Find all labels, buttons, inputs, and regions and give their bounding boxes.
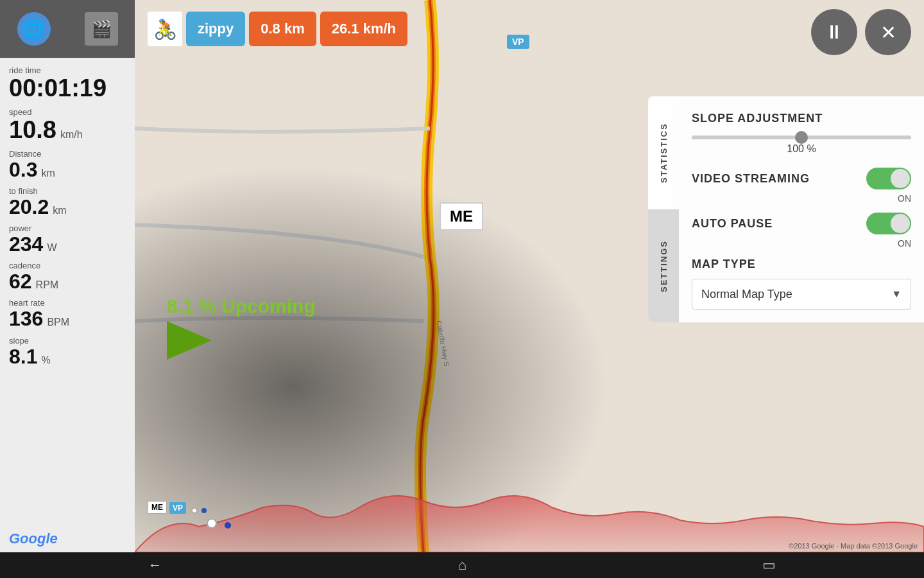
- auto-pause-row: AUTO PAUSE: [692, 213, 911, 234]
- distance-label: Distance: [9, 149, 126, 159]
- me-label-map: ME: [440, 202, 483, 231]
- auto-pause-status: ON: [692, 238, 911, 249]
- power-unit: W: [47, 242, 56, 254]
- distance-unit: km: [41, 168, 55, 179]
- auto-pause-toggle[interactable]: [866, 213, 911, 234]
- auto-pause-label: AUTO PAUSE: [692, 217, 773, 231]
- map-copyright: ©2013 Google - Map data ©2013 Google: [789, 542, 918, 550]
- svg-point-3: [225, 522, 231, 529]
- film-tab[interactable]: 🎬: [67, 0, 135, 58]
- cadence-unit: RPM: [36, 279, 59, 291]
- me-small-marker: ME: [148, 501, 167, 514]
- slope-slider-track[interactable]: [692, 136, 911, 139]
- slope-upcoming-text: 8.1 % Upcoming: [167, 295, 316, 317]
- svg-point-2: [207, 519, 216, 528]
- sidebar: 🌐 🎬 ride time 00:01:19 speed 10.8 km/h D…: [0, 0, 135, 552]
- google-logo: Google: [0, 525, 135, 552]
- cadence-label: cadence: [9, 261, 126, 270]
- globe-icon: 🌐: [17, 12, 51, 46]
- distance-value: 0.3: [9, 159, 37, 181]
- dot-blue: [201, 508, 207, 513]
- bottom-markers: ME VP: [148, 501, 207, 514]
- home-button[interactable]: ⌂: [445, 554, 479, 576]
- slope-label: slope: [9, 336, 126, 346]
- power-value: 234: [9, 233, 43, 256]
- rider-icon: 🚴: [148, 12, 182, 46]
- power-label: power: [9, 223, 126, 233]
- distance-group: Distance 0.3 km: [9, 149, 126, 181]
- chevron-down-icon: ▼: [891, 288, 902, 300]
- cadence-group: cadence 62 RPM: [9, 261, 126, 293]
- direction-arrow: [167, 321, 212, 360]
- heart-rate-group: heart rate 136 BPM: [9, 298, 126, 330]
- video-streaming-knob: [891, 169, 910, 188]
- heart-rate-unit: BPM: [47, 317, 69, 328]
- globe-tab[interactable]: 🌐: [0, 0, 67, 58]
- map-type-dropdown[interactable]: Normal Map Type ▼: [692, 279, 911, 310]
- speed-badge: 26.1 km/h: [320, 12, 407, 46]
- username-badge: zippy: [186, 12, 245, 46]
- slope-slider-container: 100 %: [692, 136, 911, 155]
- video-streaming-toggle[interactable]: [866, 168, 911, 189]
- speed-label: speed: [9, 107, 126, 117]
- video-streaming-status: ON: [692, 193, 911, 204]
- film-icon: 🎬: [85, 12, 118, 46]
- heart-rate-label: heart rate: [9, 298, 126, 308]
- slope-adjustment-title: SLOPE ADJUSTMENT: [692, 112, 911, 125]
- slope-slider-thumb[interactable]: [795, 131, 808, 144]
- distance-badge: 0.8 km: [249, 12, 316, 46]
- to-finish-value: 20.2: [9, 196, 49, 218]
- speed-group: speed 10.8 km/h: [9, 107, 126, 144]
- slope-unit: %: [41, 355, 50, 366]
- video-streaming-label: VIDEO STREAMING: [692, 172, 810, 186]
- auto-pause-knob: [891, 214, 910, 233]
- to-finish-unit: km: [53, 205, 66, 216]
- ride-time-value: 00:01:19: [9, 75, 126, 102]
- power-group: power 234 W: [9, 223, 126, 256]
- speed-unit: km/h: [60, 129, 83, 141]
- map-type-label: MAP TYPE: [692, 258, 911, 271]
- top-bar: 🚴 zippy 0.8 km 26.1 km/h ⏸ ✕: [135, 0, 924, 58]
- tab-statistics[interactable]: STATISTICS: [648, 96, 679, 209]
- settings-panel: STATISTICS SETTINGS SLOPE ADJUSTMENT 100…: [648, 96, 924, 322]
- to-finish-label: to finish: [9, 186, 126, 196]
- slope-group: slope 8.1 %: [9, 336, 126, 368]
- slope-slider-value: 100 %: [692, 143, 911, 155]
- ride-time-label: ride time: [9, 66, 126, 75]
- sidebar-header: 🌐 🎬: [0, 0, 135, 58]
- settings-content: SLOPE ADJUSTMENT 100 % VIDEO STREAMING O…: [679, 96, 924, 322]
- pause-button[interactable]: ⏸: [811, 9, 857, 55]
- back-button[interactable]: ←: [135, 554, 175, 576]
- settings-tabs: STATISTICS SETTINGS: [648, 96, 679, 322]
- top-right-controls: ⏸ ✕: [811, 9, 924, 55]
- slope-value: 8.1: [9, 346, 37, 368]
- recents-button[interactable]: ▭: [749, 554, 789, 576]
- map-area: Cabrillo Hwy S: [135, 0, 924, 552]
- map-type-value: Normal Map Type: [701, 288, 792, 301]
- close-button[interactable]: ✕: [865, 9, 911, 55]
- stats-area: ride time 00:01:19 speed 10.8 km/h Dista…: [0, 58, 135, 525]
- slope-overlay: 8.1 % Upcoming: [167, 295, 316, 360]
- ride-time-group: ride time 00:01:19: [9, 66, 126, 102]
- video-streaming-row: VIDEO STREAMING: [692, 168, 911, 189]
- nav-bar: ← ⌂ ▭: [0, 552, 924, 578]
- speed-value: 10.8: [9, 117, 56, 144]
- dot-white: [191, 507, 198, 514]
- to-finish-group: to finish 20.2 km: [9, 186, 126, 218]
- cadence-value: 62: [9, 270, 32, 293]
- heart-rate-value: 136: [9, 308, 43, 330]
- tab-settings[interactable]: SETTINGS: [648, 209, 679, 322]
- vp-small-marker: VP: [169, 502, 186, 514]
